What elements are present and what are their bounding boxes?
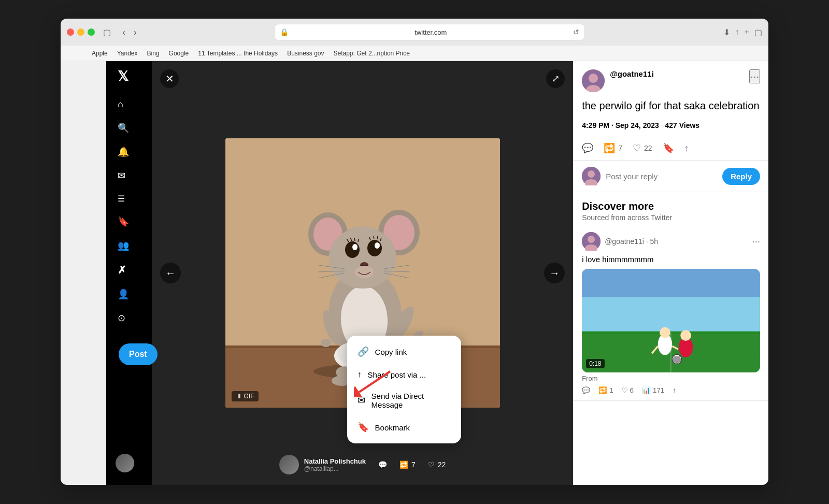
- gif-badge: ⏸ GIF: [232, 391, 259, 401]
- expand-media-button[interactable]: ⤢: [546, 69, 565, 88]
- user-menu[interactable]: [111, 450, 147, 477]
- sidebar-item-lists[interactable]: ☰: [111, 189, 147, 209]
- discover-views-button[interactable]: 📊 171: [642, 386, 664, 394]
- address-bar[interactable]: 🔒 twitter.com ↺: [274, 24, 585, 40]
- svg-point-18: [321, 339, 331, 347]
- bookmark-google[interactable]: Google: [169, 50, 189, 57]
- discover-title: Discover more: [582, 200, 760, 212]
- svg-line-44: [354, 238, 355, 241]
- context-bookmark[interactable]: 🔖 Bookmark: [347, 415, 461, 439]
- next-media-button[interactable]: →: [544, 263, 565, 283]
- gif-label: GIF: [244, 393, 254, 400]
- author-avatar: [582, 69, 605, 92]
- share-action-button[interactable]: ↑: [684, 142, 689, 154]
- close-media-button[interactable]: ✕: [160, 69, 179, 88]
- comment-action[interactable]: 💬: [378, 460, 387, 469]
- security-icon: 🔒: [280, 28, 289, 36]
- svg-rect-62: [582, 269, 760, 297]
- reply-box: Reply: [574, 161, 768, 192]
- sidebar-item-notifications[interactable]: 🔔: [111, 141, 147, 163]
- bookmark-yandex[interactable]: Yandex: [117, 50, 138, 57]
- sidebar-toggle-icon[interactable]: ▢: [103, 27, 111, 37]
- post-button[interactable]: Post: [119, 343, 158, 365]
- bookmark-action-button[interactable]: 🔖: [663, 142, 674, 154]
- prev-media-button[interactable]: ←: [160, 263, 181, 283]
- bottom-user-info: Natallia Polishchuk @natalliap...: [304, 457, 366, 472]
- sidebar-item-explore[interactable]: 🔍: [111, 117, 147, 139]
- svg-line-48: [377, 236, 378, 239]
- reload-icon[interactable]: ↺: [573, 28, 579, 36]
- community-icon: 👥: [118, 240, 129, 251]
- bookmark-templates[interactable]: 11 Templates ... the Holidays: [198, 50, 278, 57]
- tweet-actions: 💬 🔁 7 ♡ 22 🔖: [574, 136, 768, 161]
- list-icon: ☰: [118, 194, 125, 204]
- discover-retweet-count: 1: [609, 386, 613, 394]
- author-name: @goatne11i: [610, 69, 744, 78]
- browser-content: 𝕏 ⌂ 🔍 🔔 ✉: [61, 61, 768, 485]
- maximize-button[interactable]: [88, 28, 95, 36]
- discover-handle: @goatne11i · 5h: [605, 237, 658, 246]
- share-icon[interactable]: ↑: [735, 27, 739, 37]
- new-tab-icon[interactable]: +: [745, 27, 749, 37]
- discover-from: From: [582, 375, 760, 382]
- discover-like-button[interactable]: ♡ 6: [622, 386, 634, 394]
- sidebar-item-bookmarks[interactable]: 🔖: [111, 211, 147, 233]
- like-action[interactable]: ♡ 22: [428, 460, 446, 469]
- browser-window: ▢ ‹ › 🔒 twitter.com ↺ ⬇ ↑ + ▢ Apple Yand…: [61, 19, 768, 485]
- url-text[interactable]: twitter.com: [292, 28, 570, 36]
- retweet-button[interactable]: 🔁 7: [604, 142, 622, 154]
- minimize-button[interactable]: [77, 28, 84, 36]
- reply-button[interactable]: Reply: [722, 168, 760, 185]
- sidebar-item-communities[interactable]: 👥: [111, 235, 147, 256]
- like-button[interactable]: ♡ 22: [633, 142, 652, 154]
- reply-input[interactable]: [606, 172, 717, 181]
- sidebar-item-verified[interactable]: ✗: [111, 258, 147, 281]
- twitter-sidebar: 𝕏 ⌂ 🔍 🔔 ✉: [106, 61, 152, 485]
- download-icon[interactable]: ⬇: [723, 27, 730, 37]
- sidebar-item-messages[interactable]: ✉: [111, 165, 147, 186]
- tweet-author-row: @goatne11i ···: [574, 61, 768, 92]
- toolbar-icons: ⬇ ↑ + ▢: [723, 27, 762, 37]
- bottom-user-name: Natallia Polishchuk: [304, 457, 366, 465]
- tweet-meta: 4:29 PM · Sep 24, 2023 · 427 Views: [574, 119, 768, 136]
- discover-media[interactable]: 0:18: [582, 269, 760, 372]
- bookmark-apple[interactable]: Apple: [92, 50, 108, 57]
- twitter-logo[interactable]: 𝕏: [106, 61, 152, 92]
- link-icon: 🔗: [358, 346, 369, 357]
- discover-share-button[interactable]: ↑: [673, 386, 676, 394]
- svg-line-45: [358, 239, 359, 242]
- discover-like-count: 6: [630, 386, 634, 394]
- bookmark-setapp[interactable]: Setapp: Get 2...ription Price: [334, 50, 410, 57]
- forward-button[interactable]: ›: [131, 25, 140, 40]
- svg-point-31: [377, 243, 380, 246]
- bookmark-business[interactable]: Business gov: [287, 50, 324, 57]
- nav-arrows: ‹ ›: [119, 25, 140, 40]
- discover-avatar: [582, 232, 601, 251]
- svg-point-27: [367, 240, 382, 256]
- sidebar-item-more[interactable]: ⊙: [111, 307, 147, 329]
- tweet-more-button[interactable]: ···: [749, 69, 760, 83]
- retweet-icon: 🔁: [399, 460, 408, 469]
- tweet-views-label: Views: [679, 121, 699, 129]
- heart-icon: ♡: [428, 460, 435, 469]
- retweet-action[interactable]: 🔁 7: [399, 460, 416, 469]
- discover-more-button[interactable]: ···: [752, 236, 760, 247]
- verified-icon: ✗: [118, 264, 126, 276]
- svg-point-67: [660, 327, 670, 338]
- retweet-count: 7: [411, 460, 416, 469]
- sidebar-icon[interactable]: ▢: [754, 27, 762, 37]
- discover-share-icon: ↑: [673, 386, 676, 394]
- back-button[interactable]: ‹: [119, 25, 128, 40]
- discover-retweet-button[interactable]: 🔁 1: [598, 386, 613, 394]
- bookmark-action-icon: 🔖: [663, 142, 674, 154]
- bookmark-bing[interactable]: Bing: [147, 50, 160, 57]
- discover-author-row: @goatne11i · 5h ···: [582, 232, 760, 251]
- comment-button[interactable]: 💬: [582, 142, 593, 154]
- context-copy-link[interactable]: 🔗 Copy link: [347, 340, 461, 364]
- close-button[interactable]: [67, 28, 74, 36]
- sidebar-item-profile[interactable]: 👤: [111, 283, 147, 305]
- sidebar-item-home[interactable]: ⌂: [111, 94, 147, 115]
- browser-titlebar: ▢ ‹ › 🔒 twitter.com ↺ ⬇ ↑ + ▢: [61, 19, 768, 46]
- discover-subtitle: Sourced from across Twitter: [582, 213, 760, 222]
- discover-views-count: 171: [653, 386, 664, 394]
